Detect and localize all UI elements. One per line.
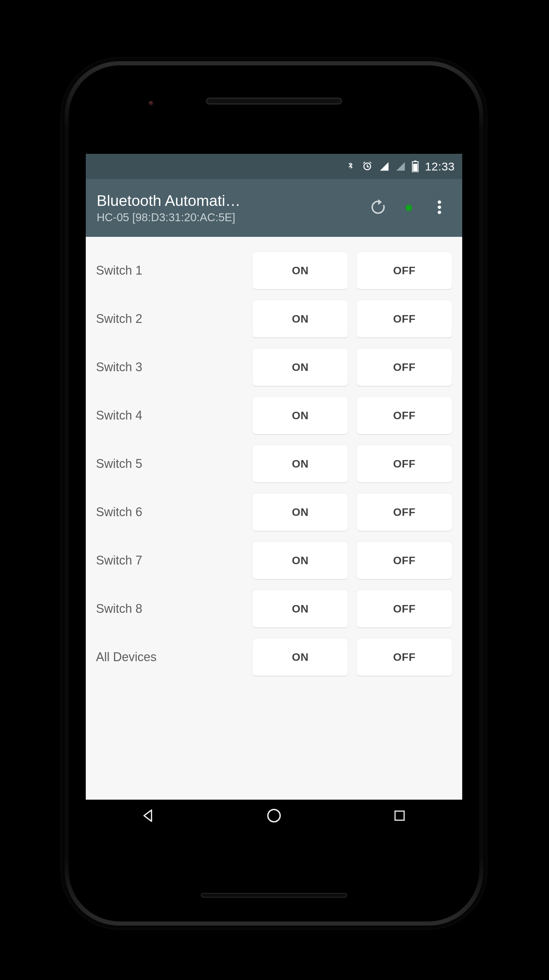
refresh-icon [369, 198, 387, 218]
switch-row: Switch 2ONOFF [96, 295, 452, 343]
switch-on-button[interactable]: ON [253, 542, 348, 579]
switch-off-button[interactable]: OFF [357, 590, 452, 627]
switch-off-button[interactable]: OFF [357, 300, 452, 337]
phone-side-button [486, 485, 489, 573]
phone-bottom-speaker [201, 893, 347, 898]
phone-camera-dot [149, 101, 153, 105]
switch-off-button[interactable]: OFF [357, 493, 452, 531]
switch-on-button[interactable]: ON [253, 590, 348, 627]
switch-row: Switch 3ONOFF [96, 343, 452, 391]
nav-home-button[interactable] [250, 804, 298, 828]
switch-row: Switch 5ONOFF [96, 440, 452, 488]
back-triangle-icon [141, 808, 156, 824]
switch-on-button[interactable]: ON [253, 397, 348, 434]
svg-point-5 [438, 211, 441, 214]
alarm-icon [361, 161, 373, 172]
nav-recents-button[interactable] [376, 804, 423, 828]
switch-on-button[interactable]: ON [253, 638, 348, 676]
switch-row: Switch 8ONOFF [96, 585, 452, 633]
refresh-button[interactable] [363, 192, 393, 223]
battery-icon [412, 161, 419, 172]
switch-on-button[interactable]: ON [253, 445, 348, 482]
recents-square-icon [393, 809, 406, 824]
status-bar: 12:33 [86, 154, 462, 179]
switch-label: Switch 4 [96, 408, 244, 423]
home-circle-icon [266, 808, 282, 825]
switch-label: Switch 2 [96, 312, 244, 326]
switch-row: Switch 4ONOFF [96, 391, 452, 440]
switch-label: All Devices [96, 650, 244, 664]
switch-on-button[interactable]: ON [253, 252, 348, 289]
switch-on-button[interactable]: ON [253, 348, 348, 386]
svg-point-4 [438, 205, 441, 209]
switch-off-button[interactable]: OFF [357, 445, 452, 482]
app-title: Bluetooth Automati… [97, 192, 360, 210]
switch-row: Switch 6ONOFF [96, 488, 452, 536]
more-vert-icon [438, 200, 441, 216]
switch-label: Switch 1 [96, 263, 244, 278]
screen: 12:33 Bluetooth Automati… HC-05 [98:D3:3… [86, 154, 462, 833]
switch-on-button[interactable]: ON [253, 300, 348, 337]
switch-row: All DevicesONOFF [96, 633, 452, 681]
switch-label: Switch 8 [96, 601, 244, 616]
switch-row: Switch 1ONOFF [96, 247, 452, 295]
svg-rect-2 [413, 164, 417, 172]
signal-full-icon [379, 161, 389, 172]
status-dot-icon [405, 205, 412, 211]
switch-off-button[interactable]: OFF [357, 542, 452, 579]
switch-off-button[interactable]: OFF [357, 348, 452, 386]
switch-off-button[interactable]: OFF [357, 252, 452, 289]
connection-status-indicator [393, 192, 424, 223]
phone-side-button [486, 350, 489, 408]
switch-label: Switch 6 [96, 505, 244, 519]
app-subtitle: HC-05 [98:D3:31:20:AC:5E] [97, 211, 360, 224]
signal-empty-icon [396, 161, 406, 172]
switch-row: Switch 7ONOFF [96, 536, 452, 585]
switch-off-button[interactable]: OFF [357, 638, 452, 676]
switch-off-button[interactable]: OFF [357, 397, 452, 434]
status-clock: 12:33 [425, 160, 455, 173]
nav-back-button[interactable] [124, 804, 172, 828]
phone-earpiece [206, 98, 342, 105]
system-navigation-bar [86, 800, 462, 833]
overflow-menu-button[interactable] [424, 192, 455, 223]
bluetooth-icon [346, 159, 355, 173]
switch-label: Switch 7 [96, 553, 244, 568]
switch-list: Switch 1ONOFFSwitch 2ONOFFSwitch 3ONOFFS… [86, 237, 462, 800]
svg-point-6 [268, 810, 280, 822]
switch-label: Switch 3 [96, 360, 244, 374]
svg-rect-7 [395, 811, 404, 821]
phone-frame: 12:33 Bluetooth Automati… HC-05 [98:D3:3… [61, 58, 487, 929]
svg-point-3 [438, 200, 441, 204]
switch-label: Switch 5 [96, 457, 244, 471]
switch-on-button[interactable]: ON [253, 493, 348, 531]
app-bar: Bluetooth Automati… HC-05 [98:D3:31:20:A… [86, 179, 462, 237]
